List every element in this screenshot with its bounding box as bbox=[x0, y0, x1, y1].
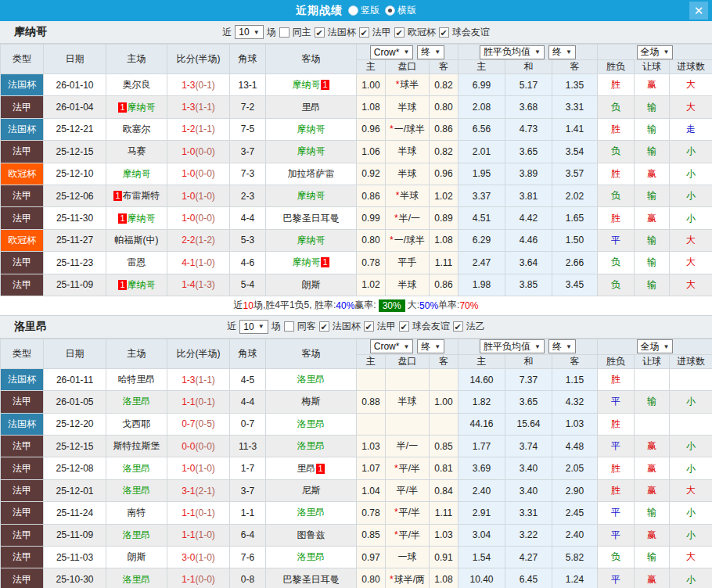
league-checkbox-3[interactable]: ✔ bbox=[453, 321, 463, 332]
date-cell: 25-12-15 bbox=[44, 436, 106, 457]
titlebar: 近期战绩 竖版 横版 ✕ bbox=[0, 0, 712, 21]
league-checkbox-0[interactable]: ✔ bbox=[315, 27, 325, 38]
page-title: 近期战绩 bbox=[296, 4, 343, 18]
euro-home-cell: 6.99 bbox=[458, 74, 505, 96]
summary-segment: 30% bbox=[379, 299, 405, 312]
odds-average-select[interactable]: 胜平负均值▼ bbox=[480, 45, 545, 59]
result-text: 小 bbox=[686, 529, 696, 540]
full-score: 1-1 bbox=[182, 529, 195, 540]
home-team-name: 摩纳哥 bbox=[128, 102, 156, 113]
euro-home-cell: 2.47 bbox=[458, 252, 505, 274]
handicap-result-cell: 赢 bbox=[635, 74, 670, 96]
full-score: 1-3 bbox=[182, 375, 195, 385]
full-match-select[interactable]: 全场▼ bbox=[637, 45, 674, 59]
result-text: 赢 bbox=[647, 440, 656, 451]
full-match-select[interactable]: 全场▼ bbox=[637, 339, 674, 353]
league-checkbox-3[interactable]: ✔ bbox=[439, 27, 449, 38]
away-team-name: 摩纳哥 bbox=[297, 190, 325, 201]
euro-draw-cell: 3.68 bbox=[505, 96, 552, 118]
handicap-cell: 平/半 bbox=[386, 479, 430, 501]
euro-draw-cell: 3.65 bbox=[505, 391, 552, 413]
summary-segment: 大: bbox=[408, 299, 419, 312]
euro-home-cell: 3.37 bbox=[458, 185, 505, 206]
euro-away-cell: 1.03 bbox=[552, 413, 598, 435]
league-checkbox-2[interactable]: ✔ bbox=[394, 27, 405, 38]
radio-vertical-icon[interactable] bbox=[348, 5, 358, 16]
corner-cell: 4-4 bbox=[230, 207, 266, 229]
score-cell: 1-1(0-1) bbox=[167, 502, 230, 524]
goals-result-cell: 小 bbox=[670, 185, 712, 206]
close-icon[interactable]: ✕ bbox=[689, 2, 708, 20]
same-venue-checkbox[interactable] bbox=[284, 321, 294, 332]
date-cell: 25-12-10 bbox=[44, 163, 106, 185]
half-score: (0-0) bbox=[196, 574, 215, 585]
type-cell: 法甲 bbox=[1, 391, 44, 413]
odds-average-select-value: 胜平负均值 bbox=[484, 340, 530, 353]
handicap-result-cell: 输 bbox=[635, 118, 670, 140]
date-cell: 25-12-08 bbox=[44, 457, 106, 479]
result-group: 全场▼ bbox=[598, 339, 712, 354]
home-team-cell: 洛里昂 bbox=[106, 457, 167, 479]
crown-home-cell: 0.99 bbox=[357, 207, 386, 229]
result-text: 输 bbox=[647, 279, 656, 290]
sub-header-1: 盘口 bbox=[386, 354, 430, 368]
league-checkbox-1[interactable]: ✔ bbox=[359, 27, 369, 38]
corner-cell: 11-3 bbox=[230, 436, 266, 457]
handicap-result-cell: 输 bbox=[635, 502, 670, 524]
table-head: 类型日期主场比分(半场)角球客场Crow*▼终▼胜平负均值▼终▼全场▼主盘口客主… bbox=[1, 45, 712, 74]
same-venue-checkbox[interactable] bbox=[279, 27, 289, 38]
odds-average-select-arrow-icon: ▼ bbox=[534, 48, 541, 56]
col-header-2: 主场 bbox=[106, 339, 167, 368]
full-score: 4-1 bbox=[182, 257, 195, 268]
matches-table: 类型日期主场比分(半场)角球客场Crow*▼终▼胜平负均值▼终▼全场▼主盘口客主… bbox=[0, 44, 712, 296]
euro-home-cell: 3.69 bbox=[458, 457, 505, 479]
handicap-result-cell bbox=[635, 413, 670, 435]
radio-horizontal-layout[interactable]: 横版 bbox=[385, 4, 416, 17]
goals-result-cell: 小 bbox=[670, 502, 712, 524]
crown-company-select[interactable]: Crow*▼ bbox=[370, 339, 414, 353]
corner-cell: 4-5 bbox=[230, 368, 266, 390]
summary-segment: 赢率: bbox=[354, 299, 376, 312]
goals-result-cell: 小 bbox=[670, 163, 712, 185]
col-header-0: 类型 bbox=[1, 339, 44, 368]
sub-header-8: 进球数 bbox=[670, 354, 712, 368]
euro-away-cell: 4.48 bbox=[552, 436, 598, 457]
crown-final-select[interactable]: 终▼ bbox=[417, 45, 444, 59]
euro-final-select-value: 终 bbox=[552, 45, 562, 59]
home-team-name: 洛里昂 bbox=[123, 485, 151, 496]
away-team-name: 朗斯 bbox=[302, 279, 321, 290]
corner-cell: 0-7 bbox=[230, 413, 266, 435]
match-count-select[interactable]: 10▼ bbox=[239, 320, 268, 334]
sub-header-2: 客 bbox=[430, 60, 458, 74]
euro-draw-cell: 3.74 bbox=[505, 436, 552, 457]
crown-away-cell: 1.08 bbox=[430, 568, 458, 588]
match-count-select[interactable]: 10▼ bbox=[235, 25, 263, 39]
league-checkbox-1[interactable]: ✔ bbox=[364, 321, 374, 332]
goals-result-cell bbox=[670, 413, 712, 435]
crown-final-select[interactable]: 终▼ bbox=[417, 339, 444, 353]
away-team-name: 加拉塔萨雷 bbox=[288, 168, 335, 179]
odds-average-select[interactable]: 胜平负均值▼ bbox=[480, 339, 545, 353]
league-checkbox-2[interactable]: ✔ bbox=[399, 321, 409, 332]
result-cell: 负 bbox=[598, 252, 635, 274]
crown-company-select[interactable]: Crow*▼ bbox=[370, 45, 414, 59]
league-label-3: 法乙 bbox=[466, 320, 485, 333]
radio-horizontal-icon[interactable] bbox=[385, 5, 395, 16]
handicap-cell: *平/半 bbox=[386, 524, 430, 546]
handicap-text: 半球 bbox=[400, 190, 419, 201]
euro-final-select[interactable]: 终▼ bbox=[548, 339, 576, 353]
home-team-name: 摩纳哥 bbox=[128, 279, 156, 290]
league-checkbox-0[interactable]: ✔ bbox=[319, 321, 329, 332]
radio-vertical-layout[interactable]: 竖版 bbox=[348, 4, 379, 17]
full-score: 1-3 bbox=[182, 80, 195, 91]
result-text: 赢 bbox=[647, 79, 656, 90]
handicap-cell: *平/半 bbox=[386, 502, 430, 524]
near-label: 近 bbox=[227, 320, 236, 333]
match-row: 法甲25-12-15马赛1-0(0-0)3-7摩纳哥1.06半球0.822.01… bbox=[1, 141, 712, 163]
rank-badge: 1 bbox=[113, 191, 121, 201]
match-row: 法甲25-11-23雷恩4-1(1-0)4-6摩纳哥10.78平手1.112.4… bbox=[1, 252, 712, 274]
summary-segment: 近 bbox=[234, 299, 243, 312]
handicap-cell: *球半/两 bbox=[386, 568, 430, 588]
corner-cell: 2-3 bbox=[230, 185, 266, 206]
euro-final-select[interactable]: 终▼ bbox=[548, 45, 576, 59]
